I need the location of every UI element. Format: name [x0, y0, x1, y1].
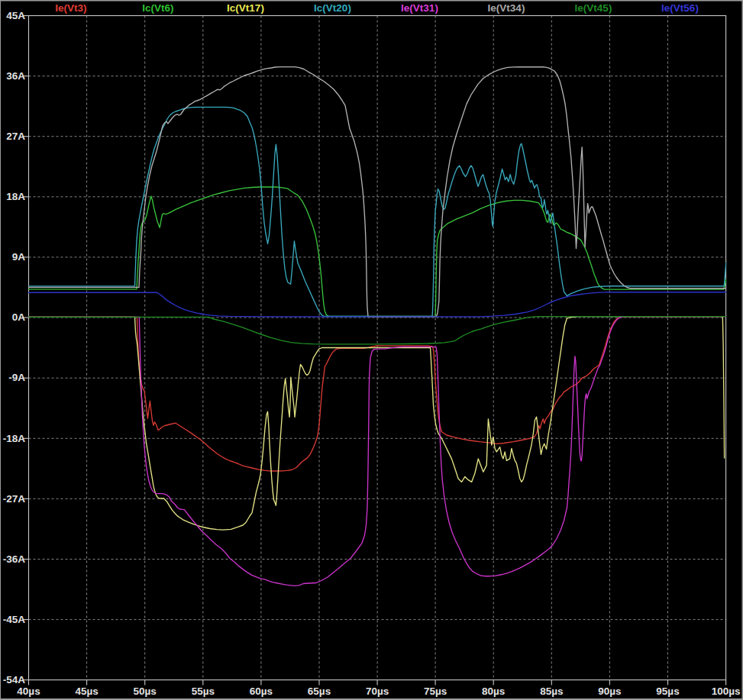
svg-text:Ie(Vt31): Ie(Vt31)	[401, 2, 438, 14]
svg-text:45A: 45A	[6, 10, 25, 21]
svg-text:18A: 18A	[6, 191, 25, 202]
svg-text:-9A: -9A	[8, 372, 25, 383]
svg-text:Ic(Vt6): Ic(Vt6)	[142, 2, 173, 14]
svg-text:Ie(Vt45): Ie(Vt45)	[575, 2, 612, 14]
svg-text:95µs: 95µs	[656, 685, 679, 697]
svg-text:60µs: 60µs	[250, 685, 273, 697]
svg-text:-36A: -36A	[3, 553, 26, 565]
svg-text:70µs: 70µs	[366, 685, 389, 697]
svg-text:65µs: 65µs	[308, 685, 331, 697]
svg-text:Ie(Vt3): Ie(Vt3)	[55, 2, 86, 14]
svg-text:-54A: -54A	[3, 674, 26, 685]
svg-text:0A: 0A	[12, 311, 26, 323]
svg-text:50µs: 50µs	[134, 685, 157, 697]
svg-text:-27A: -27A	[3, 493, 26, 505]
svg-text:80µs: 80µs	[482, 685, 505, 697]
svg-text:-18A: -18A	[3, 433, 26, 444]
svg-text:Ie(Vt34): Ie(Vt34)	[488, 2, 525, 14]
svg-text:Ic(Vt20): Ic(Vt20)	[314, 2, 351, 14]
svg-text:40µs: 40µs	[17, 685, 40, 697]
svg-text:100µs: 100µs	[712, 685, 741, 697]
svg-text:9A: 9A	[12, 251, 26, 263]
svg-text:75µs: 75µs	[424, 685, 447, 697]
svg-text:Ie(Vt56): Ie(Vt56)	[661, 2, 699, 14]
svg-text:36A: 36A	[6, 70, 25, 82]
svg-text:Ic(Vt17): Ic(Vt17)	[227, 2, 264, 14]
svg-text:90µs: 90µs	[598, 685, 621, 697]
svg-text:27A: 27A	[6, 131, 25, 142]
svg-text:55µs: 55µs	[192, 685, 215, 697]
svg-text:45µs: 45µs	[75, 685, 98, 697]
svg-text:-45A: -45A	[3, 614, 26, 625]
svg-text:85µs: 85µs	[540, 685, 563, 697]
